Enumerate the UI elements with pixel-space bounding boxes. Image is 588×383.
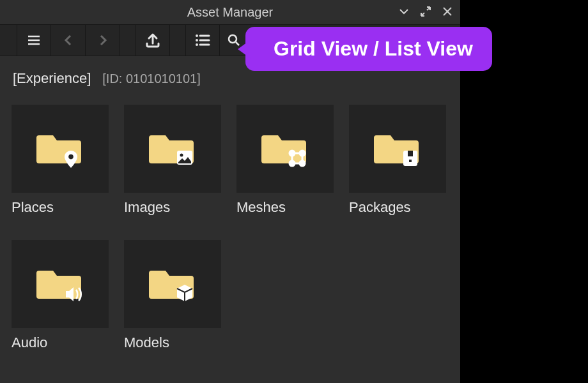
folder-places[interactable]: Places [12,105,109,216]
import-button[interactable] [135,25,170,56]
folder-label: Places [12,199,109,216]
asset-grid: Places Images Meshes [0,101,460,355]
svg-point-3 [229,35,236,43]
folder-models[interactable]: Models [124,240,221,351]
folder-models-icon [148,262,197,306]
breadcrumb-experience[interactable]: [Experience] [13,70,91,87]
hamburger-icon [25,31,43,49]
folder-label: Models [124,334,221,351]
svg-point-7 [290,151,295,156]
folder-audio-icon [35,262,85,306]
forward-button[interactable] [86,25,120,56]
list-view-icon [193,31,212,50]
folder-audio[interactable]: Audio [12,240,109,351]
svg-point-10 [300,161,305,166]
svg-point-2 [196,43,198,46]
back-button[interactable] [51,25,86,56]
folder-places-icon [35,126,85,171]
folder-packages-icon [373,126,422,171]
svg-point-1 [196,39,198,41]
dock-button[interactable] [418,4,433,19]
folder-thumb [12,105,109,193]
titlebar-controls [396,4,455,19]
folder-label: Images [124,199,221,216]
close-icon [442,6,453,17]
callout-tooltip: Grid View / List View [245,27,492,71]
folder-label: Packages [349,199,446,216]
menu-button[interactable] [17,25,51,56]
svg-rect-13 [409,160,412,162]
folder-label: Meshes [236,199,334,216]
folder-thumb [236,105,334,193]
folder-meshes[interactable]: Meshes [236,105,334,216]
asset-manager-panel: Asset Manager [0,0,460,383]
titlebar: Asset Manager [0,0,460,24]
svg-rect-12 [408,151,413,156]
svg-point-4 [68,154,74,160]
folder-label: Audio [12,334,109,351]
folder-thumb [124,240,221,328]
svg-point-6 [180,154,183,157]
dock-icon [419,5,432,18]
more-menu-button[interactable] [396,4,412,19]
window-title: Asset Manager [187,5,274,20]
close-button[interactable] [440,4,455,19]
svg-point-9 [290,161,295,166]
folder-thumb [124,105,221,193]
breadcrumb-id: [ID: 0101010101] [102,71,200,86]
chevron-right-icon [96,33,110,47]
folder-packages[interactable]: Packages [349,105,446,216]
callout-text: Grid View / List View [274,37,473,61]
folder-thumb [12,240,109,328]
chevron-left-icon [61,33,75,47]
folder-images-icon [148,126,197,171]
folder-images[interactable]: Images [124,105,221,216]
svg-point-8 [300,151,305,156]
chevron-down-icon [398,6,410,17]
view-toggle-button[interactable] [185,25,220,56]
svg-point-0 [196,34,198,37]
upload-icon [143,31,162,50]
folder-meshes-icon [260,126,310,171]
folder-thumb [349,105,446,193]
